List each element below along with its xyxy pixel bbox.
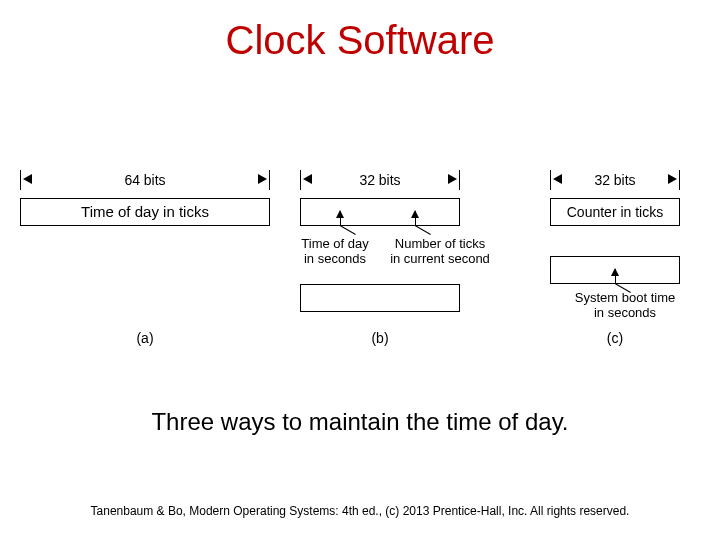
brace-arrow-right-icon [258, 174, 267, 184]
width-label-c: 32 bits [550, 170, 680, 190]
slide-title: Clock Software [0, 18, 720, 63]
box-b-top [300, 198, 460, 226]
brace-tick-right [459, 170, 460, 190]
clock-figure: 64 bits Time of day in ticks (a) 32 bits [20, 170, 700, 350]
pointer-arrow-icon [615, 269, 616, 283]
pointer-arrow-icon [340, 211, 341, 225]
brace-arrow-right-icon [448, 174, 457, 184]
figure-letter-a: (a) [20, 330, 270, 346]
figure-caption: Three ways to maintain the time of day. [0, 408, 720, 436]
brace-arrow-right-icon [668, 174, 677, 184]
width-brace-c: 32 bits [550, 170, 680, 192]
width-label-b: 32 bits [300, 170, 460, 190]
copyright-footer: Tanenbaum & Bo, Modern Operating Systems… [0, 504, 720, 518]
pointer-tail [340, 225, 356, 235]
slide: Clock Software 64 bits Time of day in ti… [0, 0, 720, 540]
box-time-of-day-ticks: Time of day in ticks [20, 198, 270, 226]
figure-group-a: 64 bits Time of day in ticks (a) [20, 170, 270, 226]
label-ticks-current-second: Number of ticks in current second [385, 236, 495, 266]
pointer-tail [415, 225, 431, 235]
width-brace-a: 64 bits [20, 170, 270, 192]
box-counter-in-ticks: Counter in ticks [550, 198, 680, 226]
label-boot-time-seconds: System boot time in seconds [555, 290, 695, 320]
pointer-arrow-icon [415, 211, 416, 225]
brace-tick-right [679, 170, 680, 190]
figure-group-b: 32 bits Time of day in seconds Number of… [300, 170, 460, 312]
width-label-a: 64 bits [20, 170, 270, 190]
brace-tick-right [269, 170, 270, 190]
width-brace-b: 32 bits [300, 170, 460, 192]
label-time-of-day-seconds: Time of day in seconds [290, 236, 380, 266]
figure-group-c: 32 bits Counter in ticks System boot tim… [550, 170, 680, 284]
figure-letter-b: (b) [300, 330, 460, 346]
box-b-bottom [300, 284, 460, 312]
figure-letter-c: (c) [550, 330, 680, 346]
